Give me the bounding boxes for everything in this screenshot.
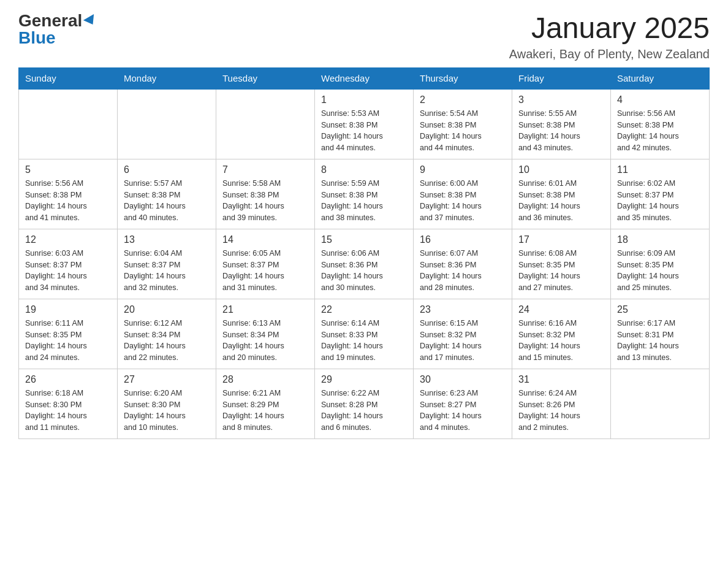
day-info: Sunrise: 6:20 AM Sunset: 8:30 PM Dayligh… [124, 388, 210, 434]
calendar-body: 1Sunrise: 5:53 AM Sunset: 8:38 PM Daylig… [19, 89, 710, 439]
day-number: 20 [124, 304, 210, 315]
day-info: Sunrise: 6:09 AM Sunset: 8:35 PM Dayligh… [617, 248, 703, 294]
calendar-header: SundayMondayTuesdayWednesdayThursdayFrid… [19, 67, 710, 89]
day-number: 14 [222, 234, 308, 245]
calendar-day-cell: 2Sunrise: 5:54 AM Sunset: 8:38 PM Daylig… [414, 89, 512, 159]
calendar-day-cell: 21Sunrise: 6:13 AM Sunset: 8:34 PM Dayli… [216, 299, 315, 369]
day-info: Sunrise: 5:58 AM Sunset: 8:38 PM Dayligh… [222, 178, 308, 224]
day-number: 6 [124, 164, 210, 175]
calendar-day-cell: 28Sunrise: 6:21 AM Sunset: 8:29 PM Dayli… [216, 369, 315, 439]
day-info: Sunrise: 6:24 AM Sunset: 8:26 PM Dayligh… [518, 388, 604, 434]
calendar-day-cell: 30Sunrise: 6:23 AM Sunset: 8:27 PM Dayli… [414, 369, 512, 439]
day-info: Sunrise: 6:02 AM Sunset: 8:37 PM Dayligh… [617, 178, 703, 224]
day-info: Sunrise: 6:14 AM Sunset: 8:33 PM Dayligh… [321, 318, 407, 364]
day-number: 16 [420, 234, 506, 245]
day-number: 2 [420, 94, 506, 105]
logo-general-text: General [18, 12, 82, 29]
calendar-day-header: Wednesday [315, 67, 414, 89]
calendar-day-cell: 17Sunrise: 6:08 AM Sunset: 8:35 PM Dayli… [512, 229, 611, 299]
calendar-day-cell: 4Sunrise: 5:56 AM Sunset: 8:38 PM Daylig… [611, 89, 710, 159]
day-info: Sunrise: 6:03 AM Sunset: 8:37 PM Dayligh… [25, 248, 111, 294]
day-info: Sunrise: 6:08 AM Sunset: 8:35 PM Dayligh… [518, 248, 604, 294]
day-number: 13 [124, 234, 210, 245]
day-info: Sunrise: 6:07 AM Sunset: 8:36 PM Dayligh… [420, 248, 506, 294]
calendar-day-cell: 12Sunrise: 6:03 AM Sunset: 8:37 PM Dayli… [19, 229, 118, 299]
day-number: 11 [617, 164, 703, 175]
calendar-day-cell: 15Sunrise: 6:06 AM Sunset: 8:36 PM Dayli… [315, 229, 414, 299]
day-info: Sunrise: 5:57 AM Sunset: 8:38 PM Dayligh… [124, 178, 210, 224]
day-info: Sunrise: 6:17 AM Sunset: 8:31 PM Dayligh… [617, 318, 703, 364]
calendar-day-cell: 13Sunrise: 6:04 AM Sunset: 8:37 PM Dayli… [118, 229, 216, 299]
calendar-day-cell: 16Sunrise: 6:07 AM Sunset: 8:36 PM Dayli… [414, 229, 512, 299]
day-number: 18 [617, 234, 703, 245]
day-number: 31 [518, 374, 604, 385]
calendar-day-cell: 8Sunrise: 5:59 AM Sunset: 8:38 PM Daylig… [315, 159, 414, 229]
day-number: 4 [617, 94, 703, 105]
day-number: 23 [420, 304, 506, 315]
day-number: 21 [222, 304, 308, 315]
day-number: 1 [321, 94, 407, 105]
calendar-day-cell: 25Sunrise: 6:17 AM Sunset: 8:31 PM Dayli… [611, 299, 710, 369]
calendar-day-cell: 7Sunrise: 5:58 AM Sunset: 8:38 PM Daylig… [216, 159, 315, 229]
day-number: 19 [25, 304, 111, 315]
calendar-header-row: SundayMondayTuesdayWednesdayThursdayFrid… [19, 67, 710, 89]
day-number: 9 [420, 164, 506, 175]
calendar-day-cell: 11Sunrise: 6:02 AM Sunset: 8:37 PM Dayli… [611, 159, 710, 229]
logo: General Blue [18, 12, 97, 47]
day-info: Sunrise: 5:56 AM Sunset: 8:38 PM Dayligh… [25, 178, 111, 224]
calendar-day-cell: 23Sunrise: 6:15 AM Sunset: 8:32 PM Dayli… [414, 299, 512, 369]
month-title: January 2025 [509, 12, 710, 45]
calendar-week-row: 26Sunrise: 6:18 AM Sunset: 8:30 PM Dayli… [19, 369, 710, 439]
calendar-day-cell: 31Sunrise: 6:24 AM Sunset: 8:26 PM Dayli… [512, 369, 611, 439]
calendar-day-cell [611, 369, 710, 439]
day-info: Sunrise: 6:23 AM Sunset: 8:27 PM Dayligh… [420, 388, 506, 434]
day-info: Sunrise: 6:00 AM Sunset: 8:38 PM Dayligh… [420, 178, 506, 224]
day-info: Sunrise: 5:54 AM Sunset: 8:38 PM Dayligh… [420, 108, 506, 154]
day-number: 28 [222, 374, 308, 385]
day-number: 27 [124, 374, 210, 385]
calendar-day-cell: 3Sunrise: 5:55 AM Sunset: 8:38 PM Daylig… [512, 89, 611, 159]
day-info: Sunrise: 6:15 AM Sunset: 8:32 PM Dayligh… [420, 318, 506, 364]
calendar-day-header: Friday [512, 67, 611, 89]
calendar-day-cell: 26Sunrise: 6:18 AM Sunset: 8:30 PM Dayli… [19, 369, 118, 439]
day-info: Sunrise: 5:55 AM Sunset: 8:38 PM Dayligh… [518, 108, 604, 154]
day-info: Sunrise: 6:11 AM Sunset: 8:35 PM Dayligh… [25, 318, 111, 364]
day-number: 25 [617, 304, 703, 315]
day-info: Sunrise: 6:12 AM Sunset: 8:34 PM Dayligh… [124, 318, 210, 364]
day-number: 10 [518, 164, 604, 175]
calendar-day-cell: 20Sunrise: 6:12 AM Sunset: 8:34 PM Dayli… [118, 299, 216, 369]
day-info: Sunrise: 6:18 AM Sunset: 8:30 PM Dayligh… [25, 388, 111, 434]
title-section: January 2025 Awakeri, Bay of Plenty, New… [509, 12, 710, 61]
calendar-day-cell: 9Sunrise: 6:00 AM Sunset: 8:38 PM Daylig… [414, 159, 512, 229]
day-number: 26 [25, 374, 111, 385]
calendar-day-cell: 14Sunrise: 6:05 AM Sunset: 8:37 PM Dayli… [216, 229, 315, 299]
day-info: Sunrise: 6:01 AM Sunset: 8:38 PM Dayligh… [518, 178, 604, 224]
day-info: Sunrise: 6:06 AM Sunset: 8:36 PM Dayligh… [321, 248, 407, 294]
day-number: 17 [518, 234, 604, 245]
day-info: Sunrise: 5:56 AM Sunset: 8:38 PM Dayligh… [617, 108, 703, 154]
location-text: Awakeri, Bay of Plenty, New Zealand [509, 47, 710, 61]
day-number: 5 [25, 164, 111, 175]
logo-blue-text: Blue [18, 29, 56, 47]
day-number: 30 [420, 374, 506, 385]
calendar-week-row: 1Sunrise: 5:53 AM Sunset: 8:38 PM Daylig… [19, 89, 710, 159]
calendar-day-cell [19, 89, 118, 159]
calendar-day-header: Monday [118, 67, 216, 89]
calendar-day-cell: 18Sunrise: 6:09 AM Sunset: 8:35 PM Dayli… [611, 229, 710, 299]
calendar-week-row: 5Sunrise: 5:56 AM Sunset: 8:38 PM Daylig… [19, 159, 710, 229]
day-info: Sunrise: 6:04 AM Sunset: 8:37 PM Dayligh… [124, 248, 210, 294]
day-info: Sunrise: 6:22 AM Sunset: 8:28 PM Dayligh… [321, 388, 407, 434]
day-info: Sunrise: 5:53 AM Sunset: 8:38 PM Dayligh… [321, 108, 407, 154]
calendar-day-header: Thursday [414, 67, 512, 89]
calendar-day-header: Sunday [19, 67, 118, 89]
day-number: 15 [321, 234, 407, 245]
page-header: General Blue January 2025 Awakeri, Bay o… [18, 12, 710, 61]
logo-triangle-icon [83, 14, 98, 28]
calendar-day-cell: 6Sunrise: 5:57 AM Sunset: 8:38 PM Daylig… [118, 159, 216, 229]
calendar-week-row: 12Sunrise: 6:03 AM Sunset: 8:37 PM Dayli… [19, 229, 710, 299]
day-number: 22 [321, 304, 407, 315]
calendar-day-header: Saturday [611, 67, 710, 89]
day-info: Sunrise: 6:21 AM Sunset: 8:29 PM Dayligh… [222, 388, 308, 434]
calendar-day-cell: 22Sunrise: 6:14 AM Sunset: 8:33 PM Dayli… [315, 299, 414, 369]
day-info: Sunrise: 6:13 AM Sunset: 8:34 PM Dayligh… [222, 318, 308, 364]
